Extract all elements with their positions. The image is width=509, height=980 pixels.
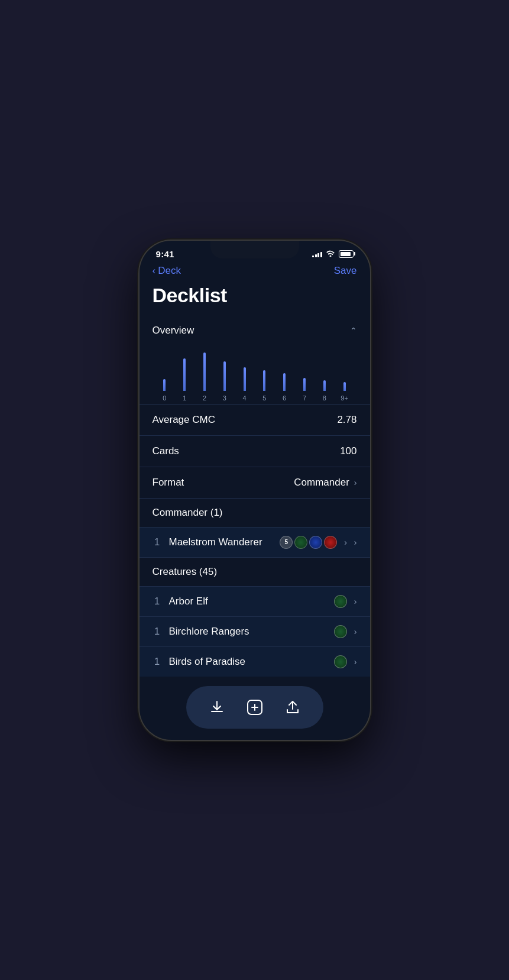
- card-qty: 1: [153, 656, 162, 668]
- chart-bar-wrapper: [343, 352, 346, 391]
- chart-bar: [163, 379, 166, 391]
- mana-symbol-icon: 5: [280, 536, 293, 549]
- card-name-birchlore: Birchlore Rangers: [169, 626, 327, 638]
- chart-bar: [223, 361, 226, 391]
- format-label: Format: [153, 477, 184, 489]
- back-button[interactable]: ‹ Deck: [153, 265, 181, 277]
- chart-bar: [303, 378, 306, 391]
- chart-bar: [343, 382, 346, 391]
- wifi-icon: [326, 250, 335, 258]
- chart-col: 1: [174, 352, 194, 402]
- card-row-arbor-elf[interactable]: 1 Arbor Elf ›: [140, 586, 370, 616]
- chart-bar-label: 7: [303, 394, 306, 402]
- overview-section-header[interactable]: Overview ⌃: [140, 316, 370, 345]
- card-mana-icons-birchlore: [334, 625, 347, 638]
- card-chevron-icon: ›: [354, 657, 357, 667]
- card-name-arbor-elf: Arbor Elf: [169, 596, 327, 607]
- cards-value: 100: [340, 445, 356, 457]
- phone-screen: 9:41: [140, 241, 370, 740]
- chart-bar-label: 3: [223, 394, 226, 402]
- stat-row-avg-cmc: Average CMC 2.78: [140, 404, 370, 435]
- notch: [210, 241, 299, 258]
- nav-bar: ‹ Deck Save: [140, 263, 370, 282]
- card-chevron-icon: ›: [354, 538, 357, 547]
- chart-bar-label: 4: [243, 394, 247, 402]
- chart-col: 5: [254, 352, 274, 402]
- chart-bar-wrapper: [323, 352, 326, 391]
- commander-section-header: Commander (1): [140, 498, 370, 527]
- scroll-content[interactable]: Overview ⌃ 0123456789+ Average CMC 2.78 …: [140, 316, 370, 730]
- chart-bar-wrapper: [223, 352, 226, 391]
- phone-frame: 9:41: [140, 241, 370, 740]
- chart-bar-label: 2: [203, 394, 206, 402]
- card-mana-icons-maelstrom: 5: [280, 536, 337, 549]
- creatures-label: Creatures (45): [153, 566, 218, 577]
- battery-icon: [339, 250, 354, 258]
- card-name-maelstrom: Maelstrom Wanderer: [169, 536, 273, 548]
- status-icons: [312, 250, 354, 258]
- mana-symbol-icon: [324, 536, 337, 549]
- chart-bar-wrapper: [203, 352, 206, 391]
- avg-cmc-label: Average CMC: [153, 414, 215, 426]
- mana-g-icon: [334, 625, 347, 638]
- page-title: Decklist: [140, 282, 370, 316]
- share-button[interactable]: [280, 694, 306, 720]
- signal-icon: [312, 250, 322, 257]
- back-label: Deck: [158, 265, 181, 277]
- mana-g-icon: [334, 655, 347, 668]
- mana-symbol-icon: [294, 536, 307, 549]
- card-mana-icons-birds: [334, 655, 347, 668]
- mana-g-icon: [334, 595, 347, 608]
- stat-row-format[interactable]: Format Commander ›: [140, 467, 370, 498]
- chart-bar-label: 8: [323, 394, 326, 402]
- share-icon: [285, 700, 300, 715]
- commander-label: Commander (1): [153, 507, 223, 518]
- card-row-birds[interactable]: 1 Birds of Paradise ›: [140, 646, 370, 677]
- chart-bar-label: 0: [163, 394, 166, 402]
- add-button[interactable]: [242, 694, 268, 720]
- chart-bar: [283, 373, 286, 391]
- bottom-toolbar: [140, 687, 370, 740]
- card-chevron-icon: ›: [344, 538, 347, 547]
- cards-label: Cards: [153, 445, 179, 457]
- overview-chevron-icon: ⌃: [350, 326, 357, 335]
- chart-bar-label: 1: [183, 394, 186, 402]
- chart-bar-label: 6: [283, 394, 286, 402]
- save-button[interactable]: Save: [334, 265, 357, 277]
- chart-col: 8: [315, 352, 335, 402]
- status-time: 9:41: [156, 249, 174, 259]
- chart-col: 7: [294, 352, 315, 402]
- mana-curve-chart: 0123456789+: [140, 345, 370, 404]
- toolbar-pill: [186, 686, 323, 729]
- add-icon: [247, 700, 262, 715]
- chart-bar-wrapper: [244, 352, 246, 391]
- download-icon: [209, 700, 225, 715]
- chart-bar: [203, 352, 206, 391]
- chart-col: 9+: [335, 352, 355, 402]
- chart-bar-wrapper: [183, 352, 186, 391]
- format-value-group: Commander ›: [294, 477, 356, 489]
- chart-bar-wrapper: [283, 352, 286, 391]
- download-button[interactable]: [204, 694, 230, 720]
- card-row-maelstrom[interactable]: 1 Maelstrom Wanderer 5 › ›: [140, 527, 370, 557]
- chart-bar: [323, 380, 326, 391]
- card-chevron-icon: ›: [354, 627, 357, 636]
- chart-col: 0: [155, 352, 175, 402]
- overview-label: Overview: [153, 325, 194, 337]
- chart-bar-wrapper: [263, 352, 265, 391]
- card-chevron-icon: ›: [354, 597, 357, 606]
- chart-bar-wrapper: [303, 352, 306, 391]
- chart-col: 2: [194, 352, 215, 402]
- card-mana-icons-arbor-elf: [334, 595, 347, 608]
- chart-col: 3: [215, 352, 235, 402]
- back-chevron-icon: ‹: [153, 265, 156, 277]
- chart-bar: [244, 367, 246, 391]
- card-name-birds: Birds of Paradise: [169, 656, 327, 668]
- chart-bar: [183, 358, 186, 391]
- mana-symbol-icon: [309, 536, 322, 549]
- chart-bar-wrapper: [163, 352, 166, 391]
- chart-col: 4: [235, 352, 255, 402]
- card-qty: 1: [153, 596, 162, 607]
- card-row-birchlore[interactable]: 1 Birchlore Rangers ›: [140, 616, 370, 646]
- format-value: Commander: [294, 477, 349, 489]
